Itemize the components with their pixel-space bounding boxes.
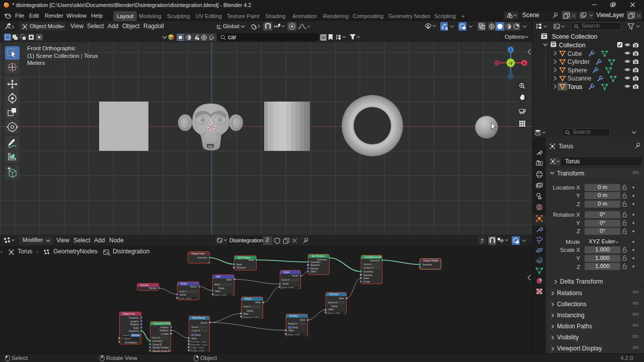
svg-text:X: X	[523, 61, 526, 65]
svg-text:-Y: -Y	[509, 61, 513, 66]
svg-text:Z: Z	[510, 48, 512, 52]
